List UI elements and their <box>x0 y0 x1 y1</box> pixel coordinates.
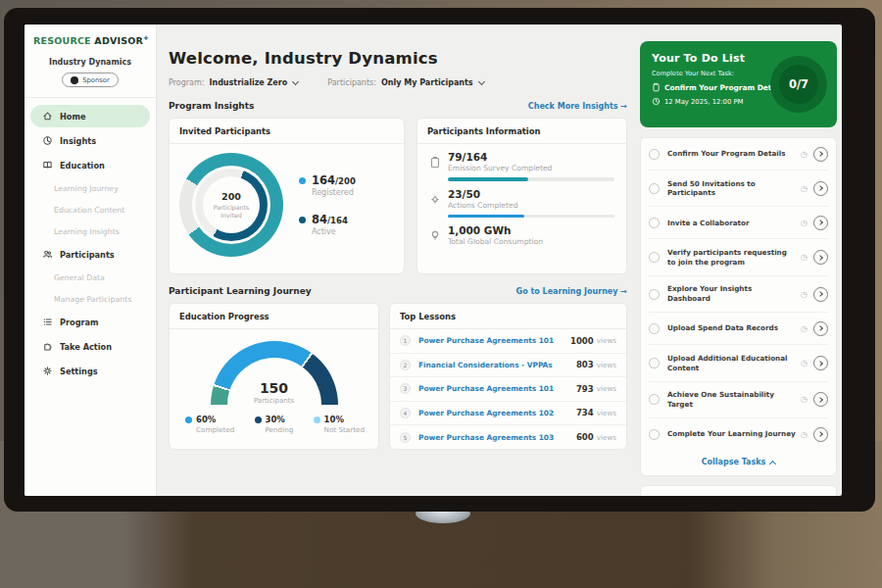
legend-completed: 60% Completed <box>185 415 234 434</box>
lesson-link[interactable]: Financial Considerations - VPPAs <box>418 361 576 369</box>
lesson-row: 3 Power Purchase Agreements 101 793views <box>390 377 626 402</box>
card-title: Participants Information <box>417 119 626 144</box>
sidebar-item-take-action[interactable]: Take Action <box>30 335 150 358</box>
todo-checkbox[interactable] <box>649 252 660 263</box>
sponsor-icon <box>71 76 78 84</box>
todo-checkbox[interactable] <box>649 289 660 300</box>
legend-dot <box>299 217 306 223</box>
sidebar-nav: Home Insights Education Learning Journey… <box>24 104 156 383</box>
sidebar-item-education-content[interactable]: Education Content <box>24 199 156 220</box>
todo-item[interactable]: Complete Your Learning Journey ◷ <box>649 418 828 450</box>
sponsor-badge[interactable]: Sponsor <box>62 73 119 87</box>
legend-not-started: 10% Not Started <box>314 415 365 434</box>
todo-item[interactable]: Verify participants requesting to join t… <box>649 239 828 275</box>
todo-item[interactable]: Invite a Collaborator ◷ <box>649 207 828 239</box>
stat-emission-survey: 79/164 Emission Survey Completed <box>429 151 614 181</box>
sidebar-divider <box>24 97 156 98</box>
clock-icon: ◷ <box>801 324 808 333</box>
todo-item[interactable]: Explore Your Insights Dashboard ◷ <box>649 276 828 313</box>
todo-progress-ring: 0/7 <box>770 56 827 113</box>
app-window: RESOURCE ADVISOR+ Industry Dynamics Spon… <box>24 24 842 496</box>
legend-dot <box>185 416 192 423</box>
todo-go-button[interactable] <box>813 321 828 336</box>
check-more-insights-link[interactable]: Check More Insights → <box>528 102 627 111</box>
clock-icon: ◷ <box>801 395 808 404</box>
todo-checkbox[interactable] <box>649 394 660 405</box>
todo-checkbox[interactable] <box>649 358 660 368</box>
todo-item[interactable]: Upload Spend Data Records ◷ <box>649 313 828 345</box>
lesson-link[interactable]: Power Purchase Agreements 103 <box>418 433 576 442</box>
todo-go-button[interactable] <box>813 392 828 407</box>
todo-checkbox[interactable] <box>649 429 660 440</box>
donut-center-value: 200 <box>221 191 241 202</box>
clock-icon: ◷ <box>801 219 808 227</box>
todo-go-button[interactable] <box>813 147 828 162</box>
todo-go-button[interactable] <box>813 427 828 442</box>
participants-icon <box>42 249 53 260</box>
consumption-icon <box>429 229 441 242</box>
sidebar-item-manage-participants[interactable]: Manage Participants <box>24 288 156 310</box>
lesson-row: 4 Power Purchase Agreements 102 734views <box>390 402 626 426</box>
legend-active: 84/164 Active <box>299 213 356 236</box>
main-content: Welcome, Industry Dynamics Program: Indu… <box>158 24 635 496</box>
todo-panel: Your To Do List Complete Your Next Task:… <box>635 24 842 496</box>
sidebar-item-insights[interactable]: Insights <box>30 129 150 152</box>
legend-dot <box>255 416 262 423</box>
org-name: Industry Dynamics <box>24 58 156 67</box>
legend-registered: 164/200 Registered <box>299 173 356 197</box>
clock-icon: ◷ <box>801 430 808 439</box>
sidebar-item-general-data[interactable]: General Data <box>24 267 156 288</box>
participants-filter[interactable]: Participants: Only My Participants <box>327 78 483 87</box>
todo-progress-count: 0/7 <box>789 77 808 91</box>
todo-go-button[interactable] <box>813 250 828 265</box>
todo-item[interactable]: Send 50 Invitations to Participants ◷ <box>649 171 828 207</box>
todo-item[interactable]: Upload Additional Educational Content ◷ <box>649 345 828 381</box>
sidebar-item-education[interactable]: Education <box>30 154 150 176</box>
monitor-bezel: RESOURCE ADVISOR+ Industry Dynamics Spon… <box>4 8 875 512</box>
todo-go-button[interactable] <box>813 181 828 196</box>
sidebar-item-learning-insights[interactable]: Learning Insights <box>24 220 156 242</box>
go-to-learning-journey-link[interactable]: Go to Learning Journey → <box>516 287 627 296</box>
lesson-link[interactable]: Power Purchase Agreements 101 <box>418 384 576 393</box>
sidebar-item-settings[interactable]: Settings <box>30 360 150 382</box>
todo-item[interactable]: Achieve One Sustainability Target ◷ <box>649 382 828 418</box>
gauge-legend: 60% Completed 30% Pending 10% Not Starte… <box>170 405 378 434</box>
gauge-center-value: 150 <box>211 381 338 395</box>
top-lessons-card: Top Lessons 1 Power Purchase Agreements … <box>389 303 627 450</box>
home-icon <box>42 111 53 122</box>
card-title: Invited Participants <box>170 119 404 144</box>
lesson-rank: 5 <box>400 432 411 443</box>
sidebar-item-learning-journey[interactable]: Learning Journey <box>24 177 156 199</box>
survey-icon <box>429 156 441 169</box>
sidebar-item-home[interactable]: Home <box>30 105 150 127</box>
legend-pending: 30% Pending <box>255 415 294 434</box>
todo-go-button[interactable] <box>813 356 828 370</box>
chevron-down-icon <box>292 77 299 84</box>
stat-actions-completed: 23/50 Actions Completed <box>429 188 614 219</box>
sidebar-item-program[interactable]: Program <box>30 311 150 333</box>
learning-journey-title: Participant Learning Journey <box>169 286 312 296</box>
lesson-link[interactable]: Power Purchase Agreements 101 <box>418 336 570 345</box>
collapse-tasks-link[interactable]: Collapse Tasks <box>649 450 828 475</box>
clock-icon: ◷ <box>801 359 808 368</box>
todo-checkbox[interactable] <box>649 323 660 334</box>
program-filter[interactable]: Program: Industrialize Zero <box>169 78 298 87</box>
card-title: Education Progress <box>170 304 378 329</box>
clipboard-icon <box>652 82 661 92</box>
todo-checkbox[interactable] <box>649 218 660 228</box>
donut-legend: 164/200 Registered 84/164 Active <box>299 173 356 236</box>
todo-go-button[interactable] <box>813 216 828 230</box>
todo-checkbox[interactable] <box>649 183 660 194</box>
clock-icon: ◷ <box>801 184 808 193</box>
take-action-icon <box>42 341 53 352</box>
arrow-right-icon: → <box>620 287 627 296</box>
legend-dot <box>314 416 320 423</box>
participants-information-card: Participants Information 79/164 Emission… <box>416 118 627 274</box>
lesson-row: 1 Power Purchase Agreements 101 1000view… <box>390 329 626 354</box>
lesson-link[interactable]: Power Purchase Agreements 102 <box>418 409 576 417</box>
todo-item[interactable]: Confirm Your Program Details ◷ <box>649 138 828 171</box>
education-gauge-chart: 150 Participants <box>211 341 338 405</box>
todo-checkbox[interactable] <box>649 149 660 160</box>
sidebar-item-participants[interactable]: Participants <box>30 243 150 266</box>
todo-go-button[interactable] <box>813 287 828 302</box>
